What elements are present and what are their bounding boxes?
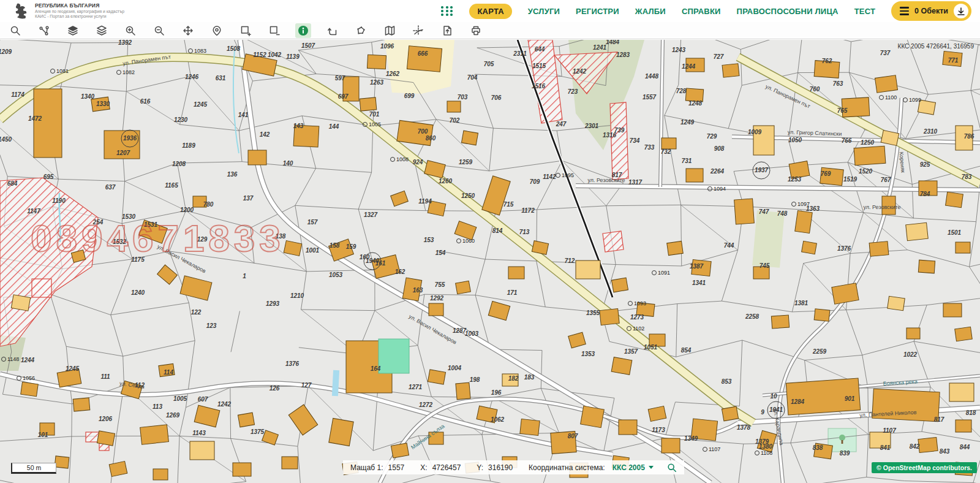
- svg-text:1139: 1139: [286, 53, 300, 60]
- svg-text:1094: 1094: [714, 186, 726, 192]
- export-tool-button[interactable]: [439, 23, 455, 38]
- statusbar-search-button[interactable]: [667, 463, 677, 473]
- layers-tool-button[interactable]: [94, 23, 110, 38]
- svg-text:2301: 2301: [584, 123, 599, 129]
- svg-text:702: 702: [450, 117, 460, 124]
- svg-text:745: 745: [760, 262, 770, 269]
- svg-text:171: 171: [507, 289, 518, 296]
- svg-text:616: 616: [140, 98, 151, 105]
- svg-text:744: 744: [724, 242, 734, 249]
- svg-text:182: 182: [508, 375, 519, 382]
- nav-item-zhalbi[interactable]: ЖАЛБИ: [635, 7, 666, 16]
- svg-text:1244: 1244: [682, 63, 696, 70]
- svg-text:1380: 1380: [759, 443, 773, 450]
- svg-text:1172: 1172: [521, 207, 535, 214]
- svg-text:1287: 1287: [453, 327, 467, 334]
- apps-grid-icon[interactable]: [441, 6, 453, 16]
- identify-tool-button[interactable]: [324, 23, 340, 38]
- objects-button[interactable]: 0 Обекти: [891, 1, 971, 21]
- crs-dropdown[interactable]: ККС 2005: [612, 463, 654, 472]
- svg-text:737: 737: [880, 50, 891, 56]
- svg-text:786: 786: [964, 133, 974, 140]
- nav-item-registri[interactable]: РЕГИСТРИ: [576, 7, 619, 16]
- x-value: 4726457: [432, 463, 461, 472]
- svg-text:1147: 1147: [27, 208, 40, 215]
- svg-text:747: 747: [759, 208, 769, 215]
- nav-item-karta[interactable]: КАРТА: [469, 4, 511, 19]
- search-tool-button[interactable]: [7, 23, 23, 38]
- svg-text:1174: 1174: [11, 91, 24, 98]
- svg-text:154: 154: [435, 249, 446, 256]
- main-nav: КАРТА УСЛУГИ РЕГИСТРИ ЖАЛБИ СПРАВКИ ПРАВ…: [441, 1, 971, 21]
- svg-text:2264: 2264: [710, 168, 725, 175]
- svg-text:769: 769: [821, 170, 831, 177]
- svg-text:1194: 1194: [418, 198, 432, 205]
- svg-text:1283: 1283: [616, 51, 630, 58]
- svg-text:10: 10: [770, 393, 777, 400]
- crs-label: Координатна система:: [529, 463, 605, 472]
- svg-text:771: 771: [948, 57, 959, 64]
- svg-text:838: 838: [813, 444, 823, 451]
- svg-text:144: 144: [329, 123, 339, 130]
- map-canvas[interactable]: 1392120915081507115210421139124663111741…: [0, 40, 980, 483]
- svg-text:1260: 1260: [439, 178, 453, 184]
- zoom-in-tool-button[interactable]: [123, 23, 138, 38]
- print-tool-button[interactable]: [468, 23, 484, 38]
- svg-text:196: 196: [491, 389, 502, 396]
- svg-text:1008: 1008: [396, 156, 409, 162]
- svg-text:715: 715: [503, 201, 514, 208]
- layers-active-tool-button[interactable]: [65, 23, 81, 38]
- search-icon: [10, 25, 21, 36]
- nav-item-pravosposobni-litsa[interactable]: ПРАВОСПОСОБНИ ЛИЦА: [737, 7, 839, 16]
- nav-item-test[interactable]: ТЕСТ: [854, 7, 875, 16]
- pan-tool-button[interactable]: [180, 23, 196, 38]
- svg-text:ул. Резовските: ул. Резовските: [587, 177, 625, 183]
- svg-text:1210: 1210: [290, 292, 304, 299]
- svg-text:697: 697: [338, 93, 349, 100]
- svg-text:1292: 1292: [430, 295, 444, 302]
- svg-text:1189: 1189: [182, 142, 195, 149]
- svg-text:767: 767: [881, 177, 891, 183]
- select-rect-plus-icon: [240, 25, 251, 36]
- svg-text:1330: 1330: [96, 101, 110, 107]
- svg-text:1062: 1062: [491, 416, 505, 423]
- location-tool-button[interactable]: [209, 23, 225, 38]
- svg-text:1083: 1083: [194, 48, 206, 54]
- svg-text:1501: 1501: [948, 229, 962, 236]
- svg-text:766: 766: [842, 137, 852, 144]
- svg-text:1284: 1284: [791, 398, 805, 405]
- download-objects-button[interactable]: [954, 4, 968, 18]
- measure-area-tool-button[interactable]: [353, 23, 369, 38]
- svg-text:1143: 1143: [192, 430, 206, 436]
- svg-text:1190: 1190: [52, 197, 66, 204]
- svg-text:1262: 1262: [386, 70, 400, 77]
- select-remove-tool-button[interactable]: [266, 23, 282, 38]
- info-tool-button[interactable]: [295, 23, 311, 38]
- svg-text:762: 762: [822, 58, 832, 64]
- svg-text:1093: 1093: [634, 300, 646, 306]
- svg-text:1209: 1209: [0, 48, 12, 55]
- axes-tool-button[interactable]: [410, 23, 426, 38]
- map-sheets-tool-button[interactable]: [382, 23, 398, 38]
- nav-item-spravki[interactable]: СПРАВКИ: [682, 7, 721, 16]
- zoom-out-icon: [154, 25, 165, 36]
- layers-filled-icon: [67, 25, 78, 36]
- zoom-out-tool-button[interactable]: [151, 23, 167, 38]
- select-add-tool-button[interactable]: [238, 23, 254, 38]
- svg-text:143: 143: [293, 123, 304, 129]
- nav-item-uslugi[interactable]: УСЛУГИ: [528, 7, 560, 16]
- cadastral-map[interactable]: 1392120915081507115210421139124663111741…: [0, 40, 980, 483]
- svg-text:1450: 1450: [0, 136, 12, 143]
- svg-text:709: 709: [530, 178, 540, 185]
- osm-attribution[interactable]: © OpenStreetMap contributors.: [872, 462, 977, 473]
- svg-text:158: 158: [330, 242, 340, 249]
- route-tool-button[interactable]: [36, 23, 52, 38]
- svg-text:631: 631: [216, 75, 226, 82]
- svg-text:1240: 1240: [131, 289, 145, 296]
- svg-text:1003: 1003: [465, 330, 479, 337]
- svg-text:1200: 1200: [180, 207, 194, 213]
- svg-text:713: 713: [519, 229, 530, 235]
- svg-text:704: 704: [467, 74, 478, 81]
- svg-text:136: 136: [227, 171, 238, 178]
- search-icon: [667, 463, 677, 473]
